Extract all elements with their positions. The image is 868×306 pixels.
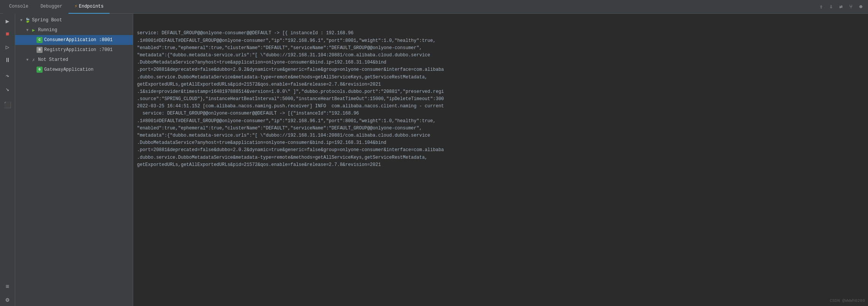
log-line: .port=20881&deprecated=false&dubbo=2.0.2…	[136, 66, 865, 73]
log-line: "enabled":true,"ephemeral":true,"cluster…	[136, 45, 865, 52]
tree-item-spring-boot[interactable]: ▼ 🍃 Spring Boot	[15, 15, 133, 25]
main-area: ▶ ■ ▷ ⏸ ↷ ↘ ⬛ ≡ ⚙ ▼ 🍃 Spring Boot ▼ ▶ Ru…	[0, 14, 868, 306]
log-line: "enabled":true,"ephemeral":true,"cluster…	[136, 125, 865, 132]
tree-item-not-started[interactable]: ▼ ✗ Not Started	[15, 55, 133, 65]
pause-icon[interactable]: ⏸	[2, 54, 14, 66]
registry-arrow	[30, 47, 37, 53]
log-line: .dubbo.service.DubboMetadataService&meta…	[136, 74, 865, 81]
run-icon[interactable]: ▶	[2, 15, 14, 27]
log-line: .1#8001#DEFAULT#DEFAULT_GROUP@@onlyone-c…	[136, 118, 865, 125]
gateway-arrow	[30, 67, 37, 73]
not-started-icon: ✗	[30, 57, 37, 63]
tab-debugger[interactable]: Debugger	[34, 0, 68, 14]
camera-icon[interactable]: ⬛	[2, 99, 14, 111]
spring-boot-icon: 🍃	[24, 17, 30, 23]
log-line: .port=20881&deprecated=false&dubbo=2.0.2…	[136, 147, 865, 154]
running-label: Running	[38, 27, 57, 33]
log-line: .source":"SPRING_CLOUD"},"instanceHeartB…	[136, 96, 865, 103]
registry-app-icon: R	[37, 47, 43, 53]
log-line: .DubboMetadataService?anyhost=true&appli…	[136, 139, 865, 147]
log-line: "metadata":{"dubbo.metadata-service.urls…	[136, 52, 865, 59]
toolbar-action-2[interactable]: ⇩	[827, 3, 835, 11]
log-line: "metadata":{"dubbo.metadata-service.urls…	[136, 132, 865, 139]
left-panel: ▼ 🍃 Spring Boot ▼ ▶ Running C ConsumerAp…	[15, 14, 133, 306]
log-line: service: DEFAULT_GROUP@@onlyone-consumer…	[136, 110, 865, 117]
log-line: .DubboMetadataService?anyhost=true&appli…	[136, 59, 865, 66]
gateway-app-icon: G	[37, 67, 43, 73]
endpoints-icon: ⚡	[75, 3, 77, 9]
tab-console[interactable]: Console	[3, 0, 34, 14]
toolbar-action-1[interactable]: ⇧	[817, 3, 825, 11]
spring-boot-label: Spring Boot	[32, 18, 62, 23]
log-line: service: DEFAULT_GROUP@@onlyone-consumer…	[136, 30, 865, 37]
log-line: .1#8001#DEFAULT#DEFAULT_GROUP@@onlyone-c…	[136, 37, 865, 45]
resume-icon[interactable]: ▷	[2, 41, 14, 53]
consumer-app-label: ConsumerApplication :8001	[44, 37, 113, 43]
toolbar-action-4[interactable]: ⑂	[847, 3, 855, 11]
tree-item-gateway-app[interactable]: G GatewayApplication	[15, 65, 133, 75]
gateway-app-label: GatewayApplication	[44, 67, 94, 72]
tree-container: ▼ 🍃 Spring Boot ▼ ▶ Running C ConsumerAp…	[15, 14, 133, 306]
toolbar-action-5[interactable]: ⊕	[857, 3, 865, 11]
stop-icon[interactable]: ■	[2, 28, 14, 40]
tab-endpoints[interactable]: ⚡ Endpoints	[68, 0, 110, 14]
settings-icon[interactable]: ⚙	[2, 294, 14, 306]
step-over-icon[interactable]: ↷	[2, 70, 14, 82]
consumer-arrow	[30, 37, 37, 43]
toolbar-action-3[interactable]: ⇄	[837, 3, 845, 11]
not-started-arrow: ▼	[24, 57, 30, 63]
step-into-icon[interactable]: ↘	[2, 83, 14, 95]
spring-boot-arrow: ▼	[18, 17, 24, 23]
log-line: 2022-03-25 16:44:51.152 [com.alibaba.nac…	[136, 103, 865, 110]
top-toolbar: Console Debugger ⚡ Endpoints ⇧ ⇩ ⇄ ⑂ ⊕	[0, 0, 868, 14]
toolbar-actions: ⇧ ⇩ ⇄ ⑂ ⊕	[817, 3, 865, 11]
tab-debugger-label: Debugger	[40, 4, 62, 9]
consumer-app-icon: C	[37, 37, 43, 43]
tree-item-running[interactable]: ▼ ▶ Running	[15, 25, 133, 35]
registry-app-label: RegistryApplication :7001	[44, 47, 113, 53]
not-started-label: Not Started	[38, 57, 68, 62]
running-icon: ▶	[30, 27, 37, 33]
running-arrow: ▼	[24, 27, 30, 33]
log-line: .dubbo.service.DubboMetadataService&meta…	[136, 154, 865, 161]
tree-item-registry-app[interactable]: R RegistryApplication :7001	[15, 45, 133, 55]
console-output[interactable]: service: DEFAULT_GROUP@@onlyone-consumer…	[133, 14, 868, 306]
tab-endpoints-label: Endpoints	[79, 4, 104, 9]
log-line: getExportedURLs,getAllExportedURLs&pid=2…	[136, 161, 865, 169]
tab-console-label: Console	[9, 4, 28, 9]
log-line: getExportedURLs,getAllExportedURLs&pid=2…	[136, 81, 865, 88]
side-icons-bar: ▶ ■ ▷ ⏸ ↷ ↘ ⬛ ≡ ⚙	[0, 14, 15, 306]
list-icon[interactable]: ≡	[2, 281, 14, 293]
right-panel: service: DEFAULT_GROUP@@onlyone-consumer…	[133, 14, 868, 306]
log-line: .1&side=provider&timestamp=1648197888514…	[136, 88, 865, 96]
tree-item-consumer-app[interactable]: C ConsumerApplication :8001	[15, 35, 133, 45]
tab-bar: Console Debugger ⚡ Endpoints	[3, 0, 110, 14]
